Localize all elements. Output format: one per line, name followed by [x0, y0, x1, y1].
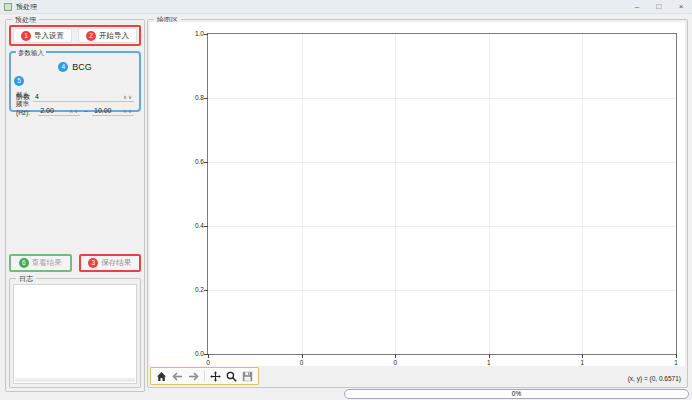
view-results-label: 查看结果 [32, 258, 62, 268]
step-badge-4: 4 [58, 62, 68, 72]
x-tick [582, 354, 583, 358]
gridline [582, 34, 583, 354]
y-tick-label: 0.8 [184, 94, 204, 102]
spinner-arrows-icon[interactable]: ∧∨ [69, 108, 79, 114]
title-bar: 预处理 – □ × [0, 0, 692, 14]
cutoff-range-separator: ~ [83, 108, 89, 116]
pan-icon[interactable] [210, 371, 221, 382]
x-tick [489, 354, 490, 358]
cutoff-low-value[interactable]: 2.00 [40, 107, 69, 114]
gridline [208, 98, 676, 99]
x-tick-label: 1 [483, 359, 495, 366]
log-textarea[interactable] [13, 284, 137, 384]
params-group: 参数输入 4 BCG 5 阶数 4 ∧∨ 截止频率(Hz): 2.00 ∧∨ ~… [9, 51, 141, 112]
log-group: 日志 [9, 278, 141, 388]
y-tick [204, 34, 208, 35]
log-group-label: 日志 [16, 274, 36, 283]
import-settings-button[interactable]: 1 导入设置 [13, 28, 72, 43]
y-tick [204, 226, 208, 227]
save-icon[interactable] [242, 371, 253, 382]
preprocess-group: 预处理 1 导入设置 2 开始导入 参数输入 4 BCG 5 阶数 4 ∧∨ 截… [5, 19, 145, 392]
gridline [302, 34, 303, 354]
y-tick-label: 0.2 [184, 286, 204, 294]
start-import-button[interactable]: 2 开始导入 [78, 28, 137, 43]
plot-axes[interactable]: 1.0 0.8 0.6 0.4 0.2 0.0 0 0 0 1 1 1 [207, 33, 677, 355]
gridline [208, 290, 676, 291]
x-tick-label: 0 [389, 359, 401, 366]
progress-percent-label: 0% [512, 390, 521, 397]
gridline [208, 226, 676, 227]
import-settings-label: 导入设置 [34, 31, 64, 41]
save-results-label: 保存结果 [101, 258, 131, 268]
step-badge-1: 1 [21, 31, 31, 41]
matplotlib-figure-canvas[interactable]: 1.0 0.8 0.6 0.4 0.2 0.0 0 0 0 1 1 1 [150, 22, 685, 366]
y-tick-label: 1.0 [184, 30, 204, 38]
x-tick-label: 0 [296, 359, 308, 366]
import-buttons-highlight-box: 1 导入设置 2 开始导入 [9, 25, 141, 46]
cutoff-high-value[interactable]: 10.00 [94, 107, 123, 114]
view-results-button[interactable]: 6 查看结果 [9, 254, 72, 272]
spinner-arrows-icon[interactable]: ∧∨ [123, 94, 133, 100]
filter-order-spinbox[interactable]: 4 ∧∨ [33, 93, 134, 102]
zoom-icon[interactable] [226, 371, 237, 382]
save-results-button[interactable]: 3 保存结果 [79, 254, 142, 272]
y-tick-label: 0.6 [184, 158, 204, 166]
y-tick [204, 290, 208, 291]
signal-type-label: BCG [72, 62, 92, 72]
close-button[interactable]: × [670, 0, 692, 14]
cursor-coordinates-readout: (x, y) = (0, 0.6571) [628, 375, 681, 382]
home-icon[interactable] [156, 371, 167, 382]
preprocess-group-label: 预处理 [12, 15, 39, 24]
forward-arrow-icon[interactable] [188, 371, 199, 382]
x-tick-label: 1 [670, 359, 682, 366]
cutoff-frequency-row: 截止频率(Hz): 2.00 ∧∨ ~ 10.00 ∧∨ [16, 104, 134, 116]
matplotlib-nav-toolbar [150, 367, 259, 385]
filter-order-value[interactable]: 4 [35, 93, 123, 100]
start-import-label: 开始导入 [99, 31, 129, 41]
result-buttons-row: 6 查看结果 3 保存结果 [9, 254, 141, 272]
cutoff-low-spinbox[interactable]: 2.00 ∧∨ [38, 107, 80, 116]
params-group-label: 参数输入 [16, 48, 46, 57]
gridline [395, 34, 396, 354]
step-badge-5: 5 [14, 76, 24, 86]
signal-type-row: 4 BCG [11, 62, 139, 72]
y-tick-label: 0.0 [184, 350, 204, 358]
x-tick-label: 1 [576, 359, 588, 366]
progress-bar: 0% [344, 389, 689, 399]
y-tick [204, 162, 208, 163]
step-badge-6: 6 [19, 258, 29, 268]
spinner-arrows-icon[interactable]: ∧∨ [123, 108, 133, 114]
x-tick [302, 354, 303, 358]
x-tick-label: 0 [202, 359, 214, 366]
x-tick [676, 354, 677, 358]
gridline [208, 162, 676, 163]
x-tick [208, 354, 209, 358]
toolbar-separator [204, 370, 205, 382]
step-badge-3: 3 [88, 258, 98, 268]
plot-group: 绘图区 1.0 0.8 0.6 0.4 0.2 0.0 [147, 19, 688, 388]
y-tick-label: 0.4 [184, 222, 204, 230]
minimize-button[interactable]: – [626, 0, 648, 14]
gridline [489, 34, 490, 354]
log-horizontal-scrollbar[interactable] [15, 378, 135, 382]
back-arrow-icon[interactable] [172, 371, 183, 382]
step-badge-2: 2 [86, 31, 96, 41]
app-icon [4, 3, 12, 11]
y-tick [204, 98, 208, 99]
window-controls: – □ × [626, 0, 692, 14]
x-tick [395, 354, 396, 358]
window-title: 预处理 [16, 2, 37, 12]
cutoff-high-spinbox[interactable]: 10.00 ∧∨ [92, 107, 134, 116]
cutoff-frequency-label: 截止频率(Hz): [16, 91, 35, 116]
maximize-button[interactable]: □ [648, 0, 670, 14]
